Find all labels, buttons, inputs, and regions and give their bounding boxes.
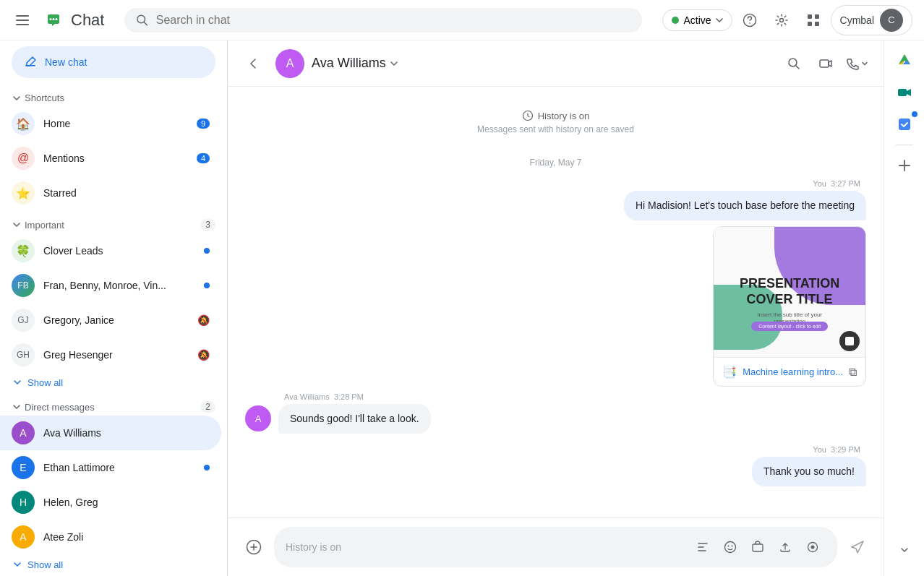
call-button[interactable] — [843, 49, 872, 78]
svg-rect-27 — [899, 119, 910, 130]
input-placeholder: History is on — [286, 541, 341, 553]
svg-rect-14 — [815, 22, 819, 26]
sidebar-item-mentions[interactable]: @ Mentions 4 — [0, 141, 221, 176]
scroll-down-button[interactable] — [890, 536, 919, 564]
unread-dot — [204, 465, 210, 470]
record-button[interactable] — [800, 534, 826, 560]
chevron-down-icon — [12, 93, 22, 103]
message-group-sent-1: You 3:27 PM Hi Madision! Let's touch bas… — [245, 179, 866, 387]
home-icon: 🏠 — [12, 112, 35, 135]
format-text-button[interactable] — [690, 534, 716, 560]
send-button[interactable] — [843, 533, 872, 562]
help-button[interactable] — [735, 6, 764, 35]
chevron-down-icon — [861, 60, 868, 67]
svg-rect-11 — [808, 14, 812, 19]
emoji-button[interactable] — [717, 534, 743, 560]
menu-button[interactable] — [12, 9, 33, 31]
direct-show-all[interactable]: Show all — [0, 554, 227, 575]
message-input-box[interactable]: History is on — [274, 527, 837, 567]
active-status-button[interactable]: Active — [662, 9, 732, 31]
shortcuts-header[interactable]: Shortcuts — [0, 90, 227, 106]
svg-rect-17 — [820, 60, 829, 67]
greg-hesenger-icon: GH — [12, 343, 35, 366]
important-header[interactable]: Important 3 — [0, 216, 227, 233]
mute-icon: 🔕 — [197, 314, 210, 326]
mentions-icon: @ — [12, 147, 35, 170]
sidebar-item-greg-hesenger[interactable]: GH Greg Hesenger 🔕 — [0, 338, 221, 372]
svg-point-20 — [725, 542, 736, 553]
svg-rect-1 — [16, 20, 29, 21]
add-content-button[interactable] — [239, 533, 268, 562]
app-logo: Chat — [42, 9, 104, 32]
attachment-card[interactable]: PRESENTATIONCOVER TITLE Insert the sub t… — [713, 226, 866, 387]
ethan-avatar: E — [12, 456, 35, 479]
sidebar-item-label: Home — [43, 118, 188, 129]
contact-name-area[interactable]: Ava Williams — [312, 56, 399, 71]
important-show-all[interactable]: Show all — [0, 372, 227, 392]
google-drive-button[interactable] — [890, 46, 919, 75]
svg-rect-12 — [815, 14, 819, 19]
input-area: History is on — [228, 517, 884, 576]
sidebar-item-label: Mentions — [43, 152, 188, 164]
sidebar-item-label: Clover Leads — [43, 245, 195, 257]
attachment-file-icon: 📑 — [722, 365, 737, 379]
search-bar[interactable] — [124, 8, 642, 33]
svg-point-5 — [53, 18, 55, 20]
message-meta-sent-2: You 3:29 PM — [807, 445, 866, 454]
chevron-down-icon — [12, 559, 23, 570]
settings-button[interactable] — [767, 6, 796, 35]
upload-button[interactable] — [772, 534, 798, 560]
sidebar-item-ava-williams[interactable]: A Ava Williams — [0, 416, 221, 450]
attachment-footer: 📑 Machine learning intro... ⧉ — [714, 357, 865, 386]
sidebar-item-ethan-lattimore[interactable]: E Ethan Lattimore — [0, 450, 221, 485]
sidebar-item-fran-benny[interactable]: FB Fran, Benny, Monroe, Vin... — [0, 268, 221, 303]
contact-name: Ava Williams — [312, 56, 386, 71]
input-tools — [690, 534, 826, 560]
direct-messages-header[interactable]: Direct messages 2 — [0, 398, 227, 416]
add-app-button[interactable] — [890, 151, 919, 180]
messages-area: History is on Messages sent with history… — [228, 87, 884, 517]
chat-search-button[interactable] — [779, 49, 808, 78]
clover-leads-icon: 🍀 — [12, 239, 35, 262]
new-chat-button[interactable]: New chat — [12, 46, 215, 78]
home-badge: 9 — [197, 119, 210, 129]
top-navbar: Chat Active — [0, 0, 924, 40]
back-button[interactable] — [239, 49, 268, 78]
sidebar-item-label: Atee Zoli — [43, 531, 210, 543]
sidebar-item-home[interactable]: 🏠 Home 9 — [0, 106, 221, 141]
stop-button[interactable] — [839, 331, 860, 351]
tasks-badge — [912, 111, 917, 117]
apps-button[interactable] — [799, 6, 828, 35]
sidebar-item-gregory-janice[interactable]: GJ Gregory, Janice 🔕 — [0, 303, 221, 338]
search-icon — [136, 14, 148, 27]
sidebar-item-starred[interactable]: ⭐ Starred — [0, 176, 221, 210]
message-group-received-1: Ava Williams 3:28 PM Sounds good! I'll t… — [278, 392, 431, 434]
google-meet-button[interactable] — [890, 78, 919, 107]
presentation-btn: Content layout - click to edit — [751, 322, 828, 331]
google-tasks-button[interactable] — [890, 110, 919, 139]
sidebar-item-atee-zoli[interactable]: A Atee Zoli — [0, 520, 221, 554]
unread-dot — [204, 248, 210, 254]
received-message-row: A Ava Williams 3:28 PM Sounds good! I'll… — [245, 392, 866, 434]
attachment-button[interactable] — [745, 534, 771, 560]
sidebar-item-label: Fran, Benny, Monroe, Vin... — [43, 280, 195, 291]
profile-area[interactable]: Cymbal C — [831, 5, 912, 35]
search-input[interactable] — [156, 14, 631, 27]
message-bubble-sent-2: Thank you so much! — [752, 457, 866, 486]
chevron-down-icon — [716, 18, 723, 22]
message-bubble: Hi Madision! Let's touch base before the… — [624, 191, 866, 220]
copy-icon[interactable]: ⧉ — [849, 366, 857, 379]
message-group-sent-2: You 3:29 PM Thank you so much! — [245, 445, 866, 486]
helen-avatar: H — [12, 491, 35, 514]
important-count: 3 — [200, 219, 215, 231]
sidebar-item-clover-leads[interactable]: 🍀 Clover Leads — [0, 233, 221, 268]
sidebar-item-label: Greg Hesenger — [43, 349, 189, 361]
video-button[interactable] — [811, 49, 840, 78]
sidebar-item-label: Gregory, Janice — [43, 314, 189, 326]
app-title: Chat — [71, 11, 104, 30]
chevron-down-icon — [389, 59, 399, 69]
gregory-janice-icon: GJ — [12, 309, 35, 332]
shortcuts-label: Shortcuts — [25, 93, 64, 103]
profile-name: Cymbal — [840, 14, 874, 26]
sidebar-item-helen-greg[interactable]: H Helen, Greg — [0, 485, 221, 520]
